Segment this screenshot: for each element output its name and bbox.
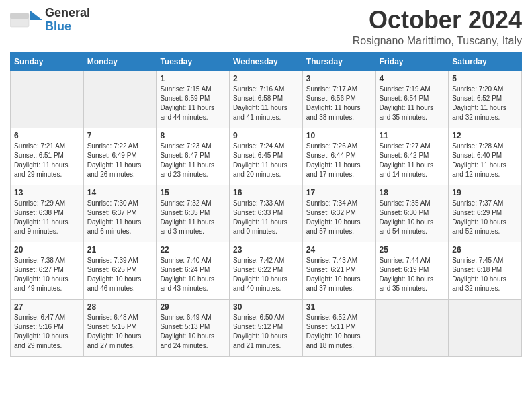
day-number: 6 <box>14 131 80 140</box>
header-thursday: Thursday <box>302 52 375 71</box>
calendar-cell: 2Sunrise: 7:16 AMSunset: 6:58 PMDaylight… <box>230 71 303 128</box>
month-title: October 2024 <box>353 7 522 34</box>
day-number: 27 <box>14 302 80 312</box>
page-header: General Blue October 2024 Rosignano Mari… <box>10 7 522 47</box>
calendar-cell: 17Sunrise: 7:34 AMSunset: 6:32 PMDayligh… <box>302 185 375 242</box>
day-number: 28 <box>87 302 153 312</box>
cell-info: Sunrise: 7:37 AMSunset: 6:29 PMDaylight:… <box>452 199 518 236</box>
title-area: October 2024 Rosignano Marittimo, Tuscan… <box>353 7 522 47</box>
calendar-cell <box>375 299 449 356</box>
day-number: 1 <box>160 74 226 83</box>
cell-info: Sunrise: 7:33 AMSunset: 6:33 PMDaylight:… <box>233 199 299 236</box>
cell-info: Sunrise: 7:40 AMSunset: 6:24 PMDaylight:… <box>160 256 226 293</box>
day-number: 29 <box>160 302 226 312</box>
cell-info: Sunrise: 7:28 AMSunset: 6:40 PMDaylight:… <box>452 142 518 179</box>
calendar-cell: 28Sunrise: 6:48 AMSunset: 5:15 PMDayligh… <box>83 299 157 356</box>
day-number: 2 <box>233 74 299 83</box>
calendar-cell: 16Sunrise: 7:33 AMSunset: 6:33 PMDayligh… <box>230 185 303 242</box>
day-number: 30 <box>233 302 299 312</box>
calendar-cell <box>449 299 522 356</box>
cell-info: Sunrise: 6:48 AMSunset: 5:15 PMDaylight:… <box>87 313 153 351</box>
cell-info: Sunrise: 7:39 AMSunset: 6:25 PMDaylight:… <box>87 256 153 293</box>
calendar-cell: 19Sunrise: 7:37 AMSunset: 6:29 PMDayligh… <box>449 185 522 242</box>
cell-info: Sunrise: 7:29 AMSunset: 6:38 PMDaylight:… <box>14 199 80 236</box>
week-row-1: 1Sunrise: 7:15 AMSunset: 6:59 PMDaylight… <box>11 71 522 128</box>
day-number: 26 <box>452 245 518 255</box>
day-number: 10 <box>306 131 372 140</box>
cell-info: Sunrise: 6:50 AMSunset: 5:12 PMDaylight:… <box>233 313 299 351</box>
cell-info: Sunrise: 7:38 AMSunset: 6:27 PMDaylight:… <box>14 256 80 293</box>
cell-info: Sunrise: 7:45 AMSunset: 6:18 PMDaylight:… <box>452 256 518 293</box>
calendar-cell: 31Sunrise: 6:52 AMSunset: 5:11 PMDayligh… <box>302 299 375 356</box>
calendar-cell: 20Sunrise: 7:38 AMSunset: 6:27 PMDayligh… <box>11 242 84 299</box>
day-number: 17 <box>306 188 372 197</box>
cell-info: Sunrise: 7:43 AMSunset: 6:21 PMDaylight:… <box>306 256 372 293</box>
day-number: 7 <box>87 131 153 140</box>
day-number: 18 <box>380 188 445 197</box>
calendar-cell: 29Sunrise: 6:49 AMSunset: 5:13 PMDayligh… <box>157 299 230 356</box>
cell-info: Sunrise: 6:49 AMSunset: 5:13 PMDaylight:… <box>160 313 226 351</box>
cell-info: Sunrise: 7:26 AMSunset: 6:44 PMDaylight:… <box>306 142 372 179</box>
calendar-cell: 27Sunrise: 6:47 AMSunset: 5:16 PMDayligh… <box>11 299 84 356</box>
cell-info: Sunrise: 7:23 AMSunset: 6:47 PMDaylight:… <box>160 142 226 179</box>
calendar-cell: 4Sunrise: 7:19 AMSunset: 6:54 PMDaylight… <box>375 71 449 128</box>
day-number: 14 <box>87 188 153 197</box>
cell-info: Sunrise: 7:34 AMSunset: 6:32 PMDaylight:… <box>306 199 372 236</box>
calendar-cell: 10Sunrise: 7:26 AMSunset: 6:44 PMDayligh… <box>302 128 375 185</box>
day-number: 25 <box>380 245 445 255</box>
cell-info: Sunrise: 7:42 AMSunset: 6:22 PMDaylight:… <box>233 256 299 293</box>
calendar-cell: 23Sunrise: 7:42 AMSunset: 6:22 PMDayligh… <box>230 242 303 299</box>
header-monday: Monday <box>83 52 157 71</box>
calendar-cell: 6Sunrise: 7:21 AMSunset: 6:51 PMDaylight… <box>11 128 84 185</box>
calendar-cell: 12Sunrise: 7:28 AMSunset: 6:40 PMDayligh… <box>449 128 522 185</box>
calendar-cell: 24Sunrise: 7:43 AMSunset: 6:21 PMDayligh… <box>302 242 375 299</box>
day-number: 11 <box>380 131 445 140</box>
header-tuesday: Tuesday <box>157 52 230 71</box>
cell-info: Sunrise: 6:47 AMSunset: 5:16 PMDaylight:… <box>14 313 80 351</box>
header-wednesday: Wednesday <box>230 52 303 71</box>
calendar-table: SundayMondayTuesdayWednesdayThursdayFrid… <box>10 52 522 357</box>
week-row-2: 6Sunrise: 7:21 AMSunset: 6:51 PMDaylight… <box>11 128 522 185</box>
day-number: 24 <box>306 245 372 255</box>
logo-icon <box>10 8 42 32</box>
calendar-cell: 14Sunrise: 7:30 AMSunset: 6:37 PMDayligh… <box>83 185 157 242</box>
calendar-cell <box>83 71 157 128</box>
day-number: 9 <box>233 131 299 140</box>
day-number: 19 <box>452 188 518 197</box>
day-number: 31 <box>306 302 372 312</box>
day-number: 4 <box>380 74 445 83</box>
day-number: 3 <box>306 74 372 83</box>
cell-info: Sunrise: 7:16 AMSunset: 6:58 PMDaylight:… <box>233 85 299 122</box>
calendar-cell: 15Sunrise: 7:32 AMSunset: 6:35 PMDayligh… <box>157 185 230 242</box>
cell-info: Sunrise: 7:22 AMSunset: 6:49 PMDaylight:… <box>87 142 153 179</box>
calendar-cell: 22Sunrise: 7:40 AMSunset: 6:24 PMDayligh… <box>157 242 230 299</box>
cell-info: Sunrise: 7:24 AMSunset: 6:45 PMDaylight:… <box>233 142 299 179</box>
day-number: 22 <box>160 245 226 255</box>
calendar-cell: 18Sunrise: 7:35 AMSunset: 6:30 PMDayligh… <box>375 185 449 242</box>
calendar-cell: 30Sunrise: 6:50 AMSunset: 5:12 PMDayligh… <box>230 299 303 356</box>
day-number: 12 <box>452 131 518 140</box>
cell-info: Sunrise: 7:21 AMSunset: 6:51 PMDaylight:… <box>14 142 80 179</box>
cell-info: Sunrise: 7:20 AMSunset: 6:52 PMDaylight:… <box>452 85 518 122</box>
week-row-4: 20Sunrise: 7:38 AMSunset: 6:27 PMDayligh… <box>11 242 522 299</box>
header-friday: Friday <box>375 52 449 71</box>
day-number: 16 <box>233 188 299 197</box>
header-row: SundayMondayTuesdayWednesdayThursdayFrid… <box>11 52 522 71</box>
day-number: 23 <box>233 245 299 255</box>
header-saturday: Saturday <box>449 52 522 71</box>
svg-rect-1 <box>10 13 29 19</box>
week-row-5: 27Sunrise: 6:47 AMSunset: 5:16 PMDayligh… <box>11 299 522 356</box>
cell-info: Sunrise: 7:35 AMSunset: 6:30 PMDaylight:… <box>380 199 445 236</box>
cell-info: Sunrise: 7:19 AMSunset: 6:54 PMDaylight:… <box>380 85 445 122</box>
cell-info: Sunrise: 7:44 AMSunset: 6:19 PMDaylight:… <box>380 256 445 293</box>
cell-info: Sunrise: 6:52 AMSunset: 5:11 PMDaylight:… <box>306 313 372 351</box>
logo: General Blue <box>10 7 90 34</box>
calendar-cell: 11Sunrise: 7:27 AMSunset: 6:42 PMDayligh… <box>375 128 449 185</box>
calendar-cell: 21Sunrise: 7:39 AMSunset: 6:25 PMDayligh… <box>83 242 157 299</box>
calendar-cell <box>11 71 84 128</box>
calendar-cell: 7Sunrise: 7:22 AMSunset: 6:49 PMDaylight… <box>83 128 157 185</box>
cell-info: Sunrise: 7:32 AMSunset: 6:35 PMDaylight:… <box>160 199 226 236</box>
location-text: Rosignano Marittimo, Tuscany, Italy <box>353 35 522 47</box>
header-sunday: Sunday <box>11 52 84 71</box>
calendar-cell: 26Sunrise: 7:45 AMSunset: 6:18 PMDayligh… <box>449 242 522 299</box>
